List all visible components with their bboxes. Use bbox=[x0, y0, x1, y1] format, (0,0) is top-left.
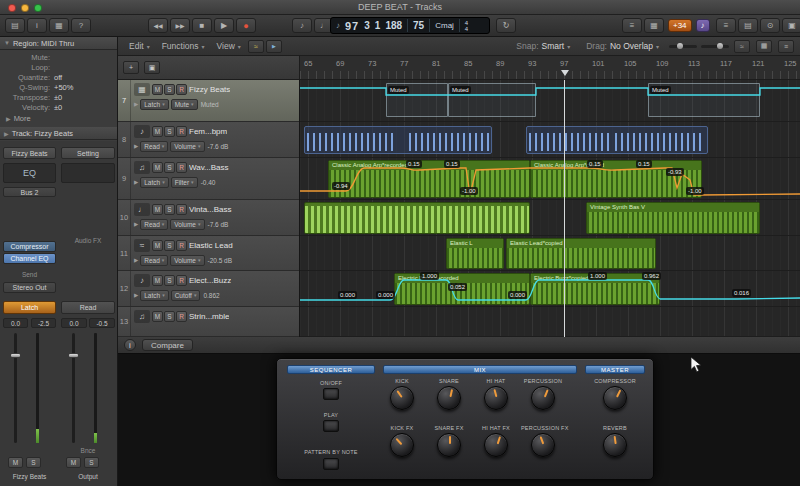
track-lane[interactable]: Electric Buzz*recorded Electric Buzz*cop… bbox=[300, 271, 800, 307]
automation-param-select[interactable]: Mute▾ bbox=[171, 99, 198, 110]
output-slot[interactable]: Stereo Out bbox=[3, 282, 56, 293]
track-lane[interactable]: Classic Analog Arp*recorded Classic Anal… bbox=[300, 158, 800, 200]
fader-thumb-output[interactable] bbox=[68, 353, 79, 358]
strip-mute-button[interactable]: M bbox=[8, 457, 23, 468]
minimize-button[interactable] bbox=[21, 4, 29, 12]
functions-menu[interactable]: Functions▾ bbox=[156, 41, 211, 51]
track-lane[interactable] bbox=[300, 122, 800, 158]
hi-hat-fx-knob[interactable] bbox=[484, 433, 508, 457]
mute-button[interactable]: M bbox=[152, 126, 163, 137]
zoom-button[interactable] bbox=[34, 4, 42, 12]
inspector-row[interactable]: Loop: bbox=[0, 62, 117, 72]
track-name[interactable]: Vinta...Bass bbox=[189, 205, 232, 214]
cycle-icon[interactable]: ↻ bbox=[496, 18, 516, 33]
automation-mode-select[interactable]: Latch▾ bbox=[140, 290, 168, 301]
record-enable-button[interactable]: R bbox=[176, 204, 187, 215]
track-name[interactable]: Elastic Lead bbox=[189, 241, 233, 250]
automation-param-select[interactable]: Volume▾ bbox=[170, 141, 204, 152]
track-row[interactable]: 12 ♪ MSR Elect...Buzz ▶ Latch▾ Cutoff▾ 0… bbox=[118, 271, 300, 307]
track-name[interactable]: Wav...Bass bbox=[189, 163, 229, 172]
solo-button[interactable]: S bbox=[164, 275, 175, 286]
solo-button[interactable]: S bbox=[164, 84, 175, 95]
browsers-icon[interactable]: ▤ bbox=[738, 18, 758, 33]
loop-browser-icon[interactable]: ⊙ bbox=[760, 18, 780, 33]
track-row[interactable]: 10 ♩ MSR Vinta...Bass ▶ Read▾ Volume▾ -7… bbox=[118, 200, 300, 236]
library-icon[interactable]: ▤ bbox=[5, 18, 25, 33]
automation-disclosure-icon[interactable]: ▶ bbox=[134, 101, 138, 107]
horizontal-zoom-slider[interactable] bbox=[669, 45, 697, 48]
inspector-row[interactable]: Velocity:±0 bbox=[0, 102, 117, 112]
tracks-area[interactable]: Muted Muted Muted Classic Analog Arp*rec… bbox=[300, 80, 800, 337]
reverb-knob[interactable] bbox=[603, 433, 627, 457]
insert-channel-eq[interactable]: Channel EQ bbox=[3, 253, 56, 264]
media-browser-icon[interactable]: ▣ bbox=[782, 18, 800, 33]
track-lane[interactable]: Elastic L Elastic Lead*copied bbox=[300, 236, 800, 271]
lcd-display[interactable]: ♪ 97 3 1 188 75 Cmaj 44 bbox=[330, 17, 490, 34]
record-button[interactable]: ● bbox=[236, 18, 256, 33]
stop-button[interactable]: ■ bbox=[192, 18, 212, 33]
snare-fx-knob[interactable] bbox=[437, 433, 461, 457]
automation-param-select[interactable]: Filter▾ bbox=[171, 177, 198, 188]
play-button[interactable]: ▶ bbox=[214, 18, 234, 33]
automation-disclosure-icon[interactable]: ▶ bbox=[134, 292, 138, 298]
midi-region[interactable] bbox=[304, 126, 492, 154]
record-enable-button[interactable]: R bbox=[176, 84, 187, 95]
midi-region[interactable]: Vintage Synth Bas V bbox=[586, 202, 760, 234]
solo-button[interactable]: S bbox=[164, 240, 175, 251]
compare-button[interactable]: Compare bbox=[142, 339, 193, 351]
pattern-by-note-button[interactable] bbox=[323, 458, 339, 470]
kick-fx-knob[interactable] bbox=[390, 433, 414, 457]
bounce-label[interactable]: Bnce bbox=[61, 447, 115, 454]
region-inspector-header[interactable]: ▼ Region: MIDI Thru bbox=[0, 37, 117, 50]
automation-param-select[interactable]: Cutoff▾ bbox=[171, 290, 201, 301]
rewind-button[interactable]: ◀◀ bbox=[148, 18, 168, 33]
on-off-button[interactable] bbox=[323, 388, 339, 400]
solo-button[interactable]: S bbox=[164, 204, 175, 215]
track-row[interactable]: 9 ♫ MSR Wav...Bass ▶ Latch▾ Filter▾ -0.4… bbox=[118, 158, 300, 200]
track-lane[interactable]: Vintage Synth Bas V bbox=[300, 200, 800, 236]
automation-disclosure-icon[interactable]: ▶ bbox=[134, 221, 138, 227]
inspector-row[interactable]: Q-Swing:+50% bbox=[0, 82, 117, 92]
volume-fader-output[interactable] bbox=[72, 333, 75, 443]
count-in-icon[interactable]: ♪ bbox=[292, 18, 312, 33]
record-enable-button[interactable]: R bbox=[176, 162, 187, 173]
waveform-zoom-icon[interactable]: ≈ bbox=[734, 40, 750, 53]
vertical-zoom-slider[interactable] bbox=[701, 45, 729, 48]
automation-mode-select[interactable]: Latch▾ bbox=[140, 99, 168, 110]
fader-thumb[interactable] bbox=[10, 353, 21, 358]
midi-region[interactable]: Elastic L bbox=[446, 238, 504, 269]
strip-mute-button-output[interactable]: M bbox=[66, 457, 81, 468]
playhead[interactable] bbox=[564, 80, 565, 337]
inspector-row[interactable]: Transpose:±0 bbox=[0, 92, 117, 102]
channel-name-button[interactable]: Fizzy Beats bbox=[3, 147, 56, 159]
automation-latch-button[interactable]: Latch bbox=[3, 301, 56, 314]
automation-disclosure-icon[interactable]: ▶ bbox=[134, 179, 138, 185]
eq-thumbnail[interactable]: EQ bbox=[3, 163, 56, 183]
media-badge[interactable]: ♪ bbox=[696, 19, 710, 32]
automation-lane[interactable]: Muted Muted Muted bbox=[300, 80, 800, 122]
automation-mode-select[interactable]: Read▾ bbox=[140, 219, 168, 230]
track-name[interactable]: Elect...Buzz bbox=[189, 276, 231, 285]
record-enable-button[interactable]: R bbox=[176, 311, 187, 322]
quick-help-icon[interactable]: ? bbox=[71, 18, 91, 33]
midi-region[interactable] bbox=[304, 202, 530, 234]
automation-mode-select[interactable]: Latch▾ bbox=[140, 177, 168, 188]
record-enable-button[interactable]: R bbox=[176, 275, 187, 286]
percussion-knob[interactable] bbox=[531, 386, 555, 410]
mute-button[interactable]: M bbox=[152, 162, 163, 173]
inspector-row[interactable]: Quantize:off bbox=[0, 72, 117, 82]
volume-value-output[interactable]: 0.0 bbox=[61, 318, 87, 328]
automation-param-select[interactable]: Volume▾ bbox=[170, 219, 204, 230]
record-enable-button[interactable]: R bbox=[176, 240, 187, 251]
mute-button[interactable]: M bbox=[152, 275, 163, 286]
bar-ruler[interactable]: 65 69 73 77 81 85 89 93 97 101 105 109 1… bbox=[300, 56, 800, 80]
snap-select[interactable]: Snap:Smart▾ bbox=[510, 41, 576, 51]
catch-playhead-icon[interactable]: ▶ bbox=[266, 40, 282, 53]
more-tools-icon[interactable]: ≡ bbox=[778, 40, 794, 53]
inspector-icon[interactable]: i bbox=[27, 18, 47, 33]
solo-button[interactable]: S bbox=[164, 162, 175, 173]
insert-compressor[interactable]: Compressor bbox=[3, 241, 56, 252]
toolbar-icon[interactable]: ▦ bbox=[49, 18, 69, 33]
setting-button[interactable]: Setting bbox=[61, 147, 115, 159]
drag-select[interactable]: Drag:No Overlap▾ bbox=[580, 41, 665, 51]
